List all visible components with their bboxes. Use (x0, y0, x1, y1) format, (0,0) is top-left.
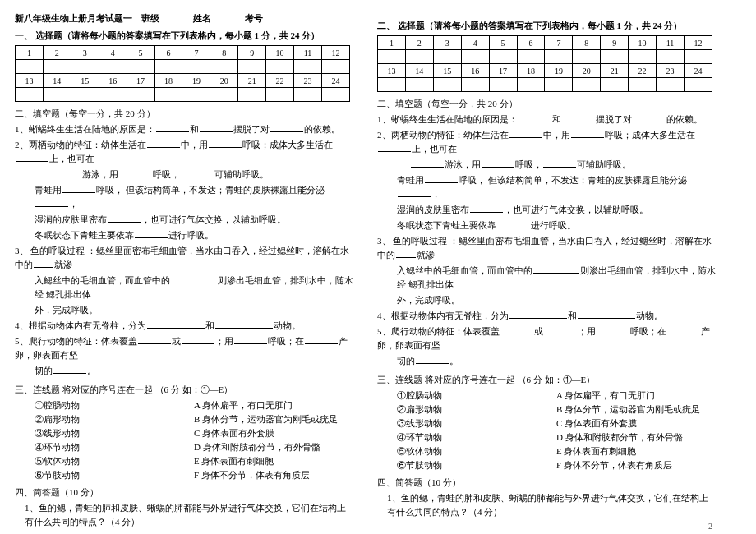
header-left: 新八年级生物上册月考试题一 班级 姓名 考号 (15, 12, 353, 25)
answer-table: 123456789101112 131415161718192021222324 (15, 45, 350, 102)
exam-title: 新八年级生物上册月考试题一 (15, 13, 132, 23)
name-blank[interactable] (213, 12, 241, 21)
match-block: ①腔肠动物②扁形动物③线形动物 ④环节动物⑤软体动物⑥节肢动物 A 身体扁平，有… (35, 398, 353, 482)
section2-title: 二、填空题（每空一分，共 20 分） (15, 107, 353, 121)
answer-table-right: 123456789101112 131415161718192021222324 (377, 35, 712, 92)
section4-title: 四、简答题（10 分） (15, 486, 353, 499)
name-label: 姓名 (193, 13, 211, 23)
section1-title: 一、 选择题（请将每小题的答案填写在下列表格内，每小题 1 分，共 24 分） (15, 30, 353, 42)
class-label: 班级 (141, 13, 159, 23)
class-blank[interactable] (161, 12, 189, 21)
table-row: 123456789101112 (16, 46, 350, 60)
section1r-title: 二、 选择题（请将每小题的答案填写在下列表格内，每小题 1 分，共 24 分） (377, 20, 716, 32)
table-row: 131415161718192021222324 (16, 74, 350, 88)
section3-title: 三、连线题 将对应的序号连在一起 （6 分 如：①—E） (15, 383, 353, 397)
q4-1: 1、鱼的鳃，青蛙的肺和皮肤、蜥蜴的肺都能与外界进行气体交换，它们在结构上有什么共… (25, 501, 353, 529)
num-label: 考号 (245, 13, 263, 23)
page-number: 2 (708, 522, 712, 531)
num-blank[interactable] (265, 12, 293, 21)
table-row (16, 88, 350, 102)
table-row (16, 60, 350, 74)
